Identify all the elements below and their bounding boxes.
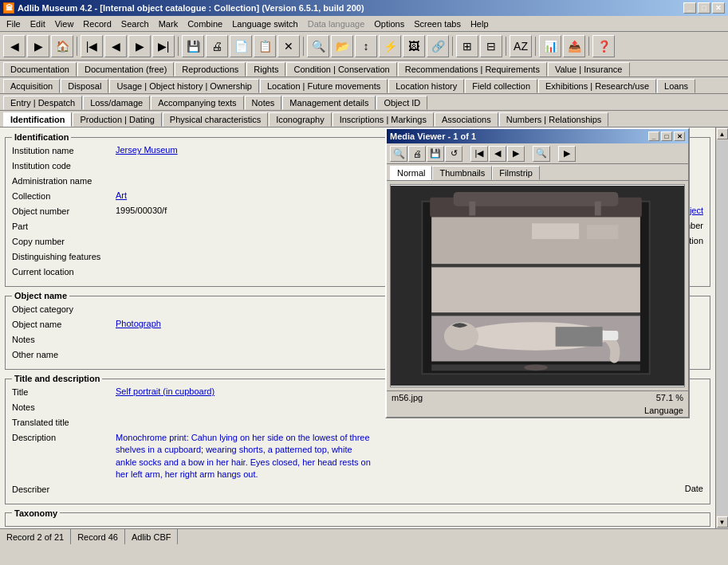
tab-condition[interactable]: Condition | Conservation — [286, 62, 396, 77]
media-first-btn[interactable]: |◀ — [470, 146, 488, 162]
media-zoom-in-btn[interactable]: 🔍 — [533, 146, 550, 162]
maximize-button[interactable]: □ — [698, 2, 710, 14]
media-prev-btn[interactable]: ◀ — [489, 146, 506, 162]
media-refresh-btn[interactable]: ↺ — [445, 146, 462, 162]
menu-edit[interactable]: Edit — [26, 18, 50, 30]
tab-row-1: Documentation Documentation (free) Repro… — [0, 61, 728, 77]
media-search-btn[interactable]: 🔍 — [390, 146, 407, 162]
menu-language-switch[interactable]: Language switch — [227, 18, 303, 30]
tab-associations[interactable]: Associations — [435, 112, 498, 127]
prev-btn[interactable]: ◀ — [104, 35, 127, 57]
tab-usage[interactable]: Usage | Object history | Ownership — [109, 79, 259, 93]
tab-physical[interactable]: Physical characteristics — [163, 112, 268, 127]
first-btn[interactable]: |◀ — [81, 35, 103, 57]
browse-btn[interactable]: 📂 — [331, 35, 353, 57]
forward-btn[interactable]: ▶ — [27, 35, 49, 57]
media-next-btn[interactable]: ▶ — [507, 146, 525, 162]
tab-documentation-free[interactable]: Documentation (free) — [77, 62, 174, 77]
delete-btn[interactable]: ✕ — [277, 35, 300, 57]
tab-accompanying[interactable]: Accompanying texts — [151, 96, 243, 110]
part-label: Part — [12, 221, 116, 231]
report-btn[interactable]: 📊 — [539, 35, 561, 57]
tab-location-history[interactable]: Location history — [388, 79, 464, 93]
tab-loss[interactable]: Loss/damage — [83, 96, 150, 110]
menu-bar: File Edit View Record Search Mark Combin… — [0, 16, 728, 32]
menu-options[interactable]: Options — [369, 18, 409, 30]
tab-entry[interactable]: Entry | Despatch — [3, 96, 82, 110]
tab-value[interactable]: Value | Insurance — [548, 62, 630, 77]
description-row: Description Monochrome print: Cahun lyin… — [12, 432, 703, 481]
menu-file[interactable]: File — [2, 18, 26, 30]
menu-combine[interactable]: Combine — [183, 18, 227, 30]
save-btn[interactable]: 💾 — [182, 35, 204, 57]
media-tab-row: Normal Thumbnails Filmstrip — [387, 164, 688, 181]
filter-btn[interactable]: ⚡ — [379, 35, 401, 57]
search-btn[interactable]: 🔍 — [307, 35, 329, 57]
menu-data-language: Data language — [303, 18, 370, 30]
title-label: Title — [12, 386, 116, 397]
tab-identification[interactable]: Identification — [3, 112, 72, 127]
link-btn[interactable]: 🔗 — [427, 35, 449, 57]
tab-notes[interactable]: Notes — [245, 96, 282, 110]
tab-rights[interactable]: Rights — [246, 62, 285, 77]
record-id: Record 46 — [71, 529, 125, 544]
tab-recommendations[interactable]: Recommendations | Requirements — [398, 62, 547, 77]
tab-field-collection[interactable]: Field collection — [465, 79, 537, 93]
tab-production[interactable]: Production | Dating — [73, 112, 161, 127]
back-btn[interactable]: ◀ — [3, 35, 26, 57]
collapse-btn[interactable]: ⊟ — [480, 35, 502, 57]
photo-svg — [391, 184, 684, 387]
media-tab-normal[interactable]: Normal — [390, 166, 432, 180]
home-btn[interactable]: 🏠 — [51, 35, 73, 57]
media-tab-thumbnails[interactable]: Thumbnails — [432, 166, 492, 180]
tab-documentation[interactable]: Documentation — [3, 62, 77, 77]
sort-btn[interactable]: ↕ — [355, 35, 377, 57]
media-minimize-btn[interactable]: _ — [648, 131, 659, 141]
next-btn[interactable]: ▶ — [128, 35, 151, 57]
media-print-btn[interactable]: 🖨 — [408, 146, 426, 162]
object-category-label: Object category — [12, 304, 116, 314]
menu-view[interactable]: View — [50, 18, 79, 30]
svg-rect-9 — [532, 223, 579, 239]
media-btn[interactable]: 🖼 — [403, 35, 425, 57]
media-play-btn[interactable]: ▶ — [558, 146, 576, 162]
tab-management[interactable]: Management details — [282, 96, 376, 110]
tab-location-future[interactable]: Location | Future movements — [260, 79, 388, 93]
media-tab-filmstrip[interactable]: Filmstrip — [492, 166, 540, 180]
media-close-btn[interactable]: ✕ — [674, 131, 685, 141]
tab-reproductions[interactable]: Reproductions — [175, 62, 246, 77]
tab-numbers[interactable]: Numbers | Relationships — [499, 112, 609, 127]
minimize-button[interactable]: _ — [683, 2, 696, 14]
new-btn[interactable]: 📄 — [230, 35, 252, 57]
tab-iconography[interactable]: Iconography — [269, 112, 332, 127]
scroll-up-btn[interactable]: ▲ — [717, 128, 728, 139]
media-save-btn[interactable]: 💾 — [427, 146, 444, 162]
copy-btn[interactable]: 📋 — [254, 35, 276, 57]
menu-screen-tabs[interactable]: Screen tabs — [409, 18, 466, 30]
vertical-scrollbar[interactable]: ▲ ▼ — [715, 128, 728, 528]
menu-record[interactable]: Record — [78, 18, 116, 30]
tab-object-id[interactable]: Object ID — [376, 96, 427, 110]
close-button[interactable]: ✕ — [712, 2, 725, 14]
tab-loans[interactable]: Loans — [657, 79, 695, 93]
print-btn[interactable]: 🖨 — [206, 35, 228, 57]
last-btn[interactable]: ▶| — [152, 35, 175, 57]
tab-disposal[interactable]: Disposal — [61, 79, 108, 93]
sort-az-btn[interactable]: AZ — [510, 35, 532, 57]
media-restore-btn[interactable]: □ — [661, 131, 672, 141]
scroll-down-btn[interactable]: ▼ — [717, 516, 728, 528]
expand-btn[interactable]: ⊞ — [456, 35, 478, 57]
help-btn[interactable]: ❓ — [592, 35, 615, 57]
svg-point-18 — [524, 364, 548, 371]
title-desc-legend: Title and description — [12, 374, 102, 383]
menu-mark[interactable]: Mark — [154, 18, 183, 30]
menu-search[interactable]: Search — [116, 18, 154, 30]
media-toolbar: 🔍 🖨 💾 ↺ |◀ ◀ ▶ 🔍 ▶ — [387, 143, 688, 164]
tab-row-4: Identification Production | Dating Physi… — [0, 111, 728, 128]
tab-acquisition[interactable]: Acquisition — [3, 79, 60, 93]
current-location-label: Current location — [12, 266, 116, 277]
export-btn[interactable]: 📤 — [563, 35, 585, 57]
menu-help[interactable]: Help — [466, 18, 494, 30]
tab-exhibitions[interactable]: Exhibitions | Research/use — [538, 79, 656, 93]
tab-inscriptions[interactable]: Inscriptions | Markings — [333, 112, 434, 127]
